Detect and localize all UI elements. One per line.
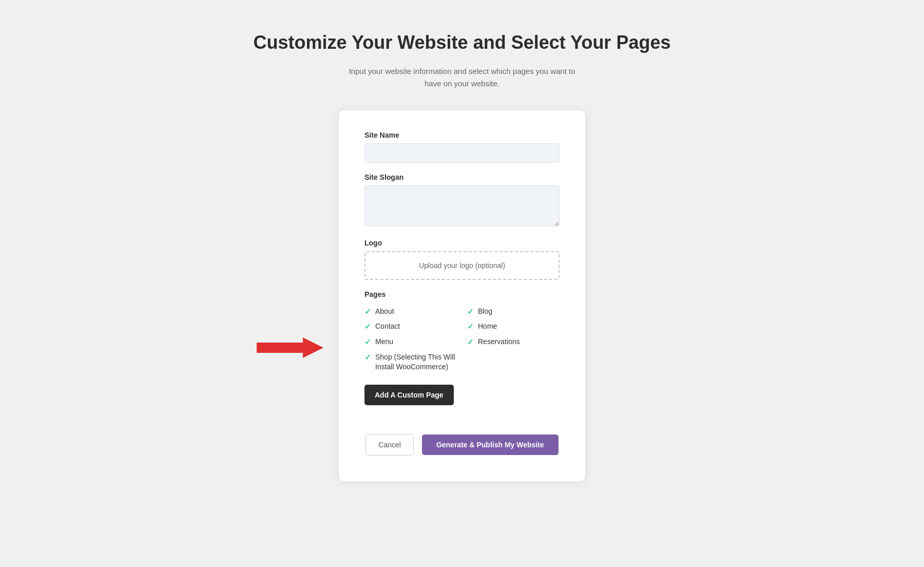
page-label-contact: Contact — [375, 322, 400, 332]
form-card: Site Name Site Slogan Logo Upload your l… — [339, 110, 585, 481]
upload-text: Upload your logo (optional) — [419, 261, 505, 270]
check-icon-shop: ✓ — [364, 353, 371, 362]
check-icon-home: ✓ — [467, 322, 474, 331]
page-label-shop: Shop (Selecting This Will Install WooCom… — [375, 352, 457, 372]
empty-col — [467, 352, 560, 372]
pages-label: Pages — [364, 290, 560, 298]
check-icon-blog: ✓ — [467, 307, 474, 316]
logo-field-group: Logo Upload your logo (optional) — [364, 239, 560, 280]
site-name-field-group: Site Name — [364, 131, 560, 163]
page-label-menu: Menu — [375, 337, 393, 347]
check-icon-menu: ✓ — [364, 337, 371, 347]
page-container: Customize Your Website and Select Your P… — [231, 31, 693, 481]
site-name-label: Site Name — [364, 131, 560, 139]
logo-upload-area[interactable]: Upload your logo (optional) — [364, 251, 560, 280]
page-item-contact[interactable]: ✓ Contact — [364, 322, 457, 332]
check-icon-reservations: ✓ — [467, 337, 474, 347]
logo-label: Logo — [364, 239, 560, 247]
page-label-reservations: Reservations — [478, 337, 520, 347]
pages-grid: ✓ About ✓ Blog ✓ Contact ✓ Home — [364, 307, 560, 372]
site-slogan-input[interactable] — [364, 185, 560, 226]
page-item-shop[interactable]: ✓ Shop (Selecting This Will Install WooC… — [364, 352, 457, 372]
arrow-indicator — [257, 335, 323, 361]
check-icon-contact: ✓ — [364, 322, 371, 331]
page-item-menu[interactable]: ✓ Menu — [364, 337, 457, 347]
page-item-about[interactable]: ✓ About — [364, 307, 457, 317]
red-arrow-icon — [257, 335, 323, 361]
page-item-blog[interactable]: ✓ Blog — [467, 307, 560, 317]
page-label-blog: Blog — [478, 307, 492, 317]
site-name-input[interactable] — [364, 143, 560, 163]
svg-marker-0 — [257, 337, 323, 358]
page-subtitle: Input your website information and selec… — [344, 65, 580, 90]
add-custom-page-button[interactable]: Add A Custom Page — [364, 385, 454, 405]
generate-publish-button[interactable]: Generate & Publish My Website — [422, 434, 559, 455]
pages-field-group: Pages ✓ About ✓ Blog ✓ Contact — [364, 290, 560, 422]
page-title: Customize Your Website and Select Your P… — [254, 31, 671, 55]
check-icon-about: ✓ — [364, 307, 371, 316]
footer-actions: Cancel Generate & Publish My Website — [364, 434, 560, 456]
cancel-button[interactable]: Cancel — [365, 434, 414, 456]
site-slogan-label: Site Slogan — [364, 173, 560, 181]
page-item-home[interactable]: ✓ Home — [467, 322, 560, 332]
site-slogan-field-group: Site Slogan — [364, 173, 560, 229]
page-label-about: About — [375, 307, 394, 317]
page-item-reservations[interactable]: ✓ Reservations — [467, 337, 560, 347]
page-label-home: Home — [478, 322, 497, 332]
